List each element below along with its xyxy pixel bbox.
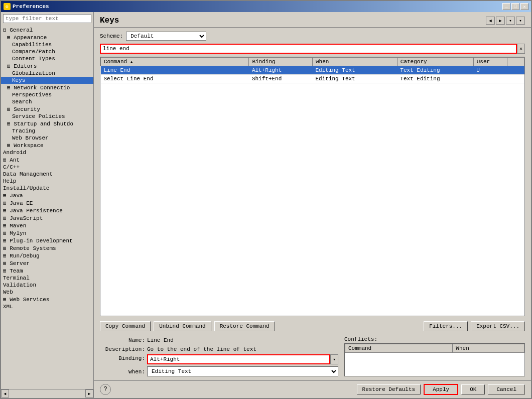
name-value: Line End	[147, 336, 174, 343]
sidebar-item-workspace[interactable]: ⊞ Workspace	[1, 142, 93, 149]
col-header-user[interactable]: User	[473, 58, 507, 66]
table-row[interactable]: Line EndAlt+RightEditing TextText Editin…	[101, 66, 524, 75]
col-header-command[interactable]: Command ▲	[101, 58, 249, 66]
sidebar-item-startup-shutdown[interactable]: ⊞ Startup and Shutdo	[1, 120, 93, 127]
sidebar-scroll-left-button[interactable]: ◀	[1, 389, 9, 397]
sidebar-item-network-connection[interactable]: ⊞ Network Connectio	[1, 84, 93, 91]
cell-user: U	[473, 66, 507, 75]
cell-extra	[507, 66, 524, 75]
maximize-button[interactable]: □	[511, 3, 519, 10]
scheme-label: Scheme:	[100, 33, 123, 39]
app-icon: ⚙	[4, 3, 11, 10]
sidebar-scrollbar: ◀ ▶	[1, 389, 93, 398]
sidebar-item-ant[interactable]: ⊞ Ant	[1, 156, 93, 164]
sidebar-item-server[interactable]: ⊞ Server	[1, 259, 93, 267]
sidebar-item-globalization[interactable]: Globalization	[1, 70, 93, 77]
sidebar-item-plugin-development[interactable]: ⊞ Plug-in Development	[1, 237, 93, 244]
binding-dropdown-button[interactable]: ▾	[330, 354, 338, 364]
cancel-button[interactable]: Cancel	[488, 384, 525, 394]
sidebar-item-capabilities[interactable]: Capabilities	[1, 41, 93, 48]
sidebar-scroll-track[interactable]	[9, 389, 85, 398]
ok-button[interactable]: OK	[461, 384, 485, 394]
sidebar-item-java-persistence[interactable]: ⊞ Java Persistence	[1, 207, 93, 214]
sidebar-item-web[interactable]: Web	[1, 289, 93, 296]
sidebar-item-help[interactable]: Help	[1, 178, 93, 185]
search-box: ✕	[100, 44, 525, 54]
sidebar-item-javascript[interactable]: ⊞ JavaScript	[1, 214, 93, 222]
search-input[interactable]	[100, 44, 517, 54]
when-select[interactable]: Editing Text In Windows Always	[147, 366, 338, 376]
sidebar-item-java-ee[interactable]: ⊞ Java EE	[1, 199, 93, 207]
binding-row: Binding: ▾	[100, 354, 338, 364]
forward-button[interactable]: ▶	[496, 17, 505, 25]
sidebar-item-web-browser[interactable]: Web Browser	[1, 135, 93, 142]
col-header-category[interactable]: Category	[397, 58, 473, 66]
sidebar-item-web-services[interactable]: ⊞ Web Services	[1, 296, 93, 303]
sidebar-item-service-policies[interactable]: Service Policies	[1, 113, 93, 120]
nav-down-button[interactable]: ▾	[506, 17, 515, 25]
sidebar-item-tracing[interactable]: Tracing	[1, 127, 93, 135]
cell-category: Text Editing	[397, 66, 473, 75]
search-clear-button[interactable]: ✕	[517, 44, 525, 54]
sidebar-item-maven[interactable]: ⊞ Maven	[1, 222, 93, 229]
col-header-binding[interactable]: Binding	[249, 58, 313, 66]
sidebar-item-general[interactable]: ⊟ General	[1, 26, 93, 34]
cell-command: Select Line End	[101, 75, 249, 83]
back-button[interactable]: ◀	[486, 17, 495, 25]
when-row: When: Editing Text In Windows Always	[100, 366, 338, 376]
content-area: ⊟ General⊞ AppearanceCapabilitiesCompare…	[1, 12, 531, 398]
sidebar-scroll-right-button[interactable]: ▶	[85, 389, 93, 397]
sidebar-item-xml[interactable]: XML	[1, 303, 93, 310]
table-row[interactable]: Select Line EndShift+EndEditing TextText…	[101, 75, 524, 83]
cell-user	[473, 75, 507, 83]
restore-defaults-button[interactable]: Restore Defaults	[357, 384, 421, 394]
conflicts-table: Command When	[345, 344, 524, 353]
sidebar-item-mylyn[interactable]: ⊞ Mylyn	[1, 229, 93, 237]
help-button[interactable]: ?	[100, 384, 111, 395]
conflict-col-when[interactable]: When	[453, 344, 524, 353]
sidebar-item-java[interactable]: ⊞ Java	[1, 192, 93, 199]
sidebar-item-keys[interactable]: Keys	[1, 77, 93, 84]
restore-command-button[interactable]: Restore Command	[214, 321, 275, 331]
copy-command-button[interactable]: Copy Command	[100, 321, 151, 331]
filter-input[interactable]	[3, 14, 91, 23]
sidebar-item-appearance[interactable]: ⊞ Appearance	[1, 34, 93, 41]
close-button[interactable]: ✕	[520, 3, 528, 10]
window-title: Preferences	[13, 4, 49, 10]
export-csv-button[interactable]: Export CSV...	[471, 321, 525, 331]
conflict-col-command[interactable]: Command	[345, 344, 453, 353]
keys-table-container: Command ▲ Binding When Category User Lin…	[100, 57, 525, 316]
sidebar-item-android[interactable]: Android	[1, 149, 93, 156]
sidebar-item-team[interactable]: ⊞ Team	[1, 267, 93, 275]
sidebar-item-perspectives[interactable]: Perspectives	[1, 91, 93, 98]
sidebar-item-cpp[interactable]: C/C++	[1, 164, 93, 171]
scheme-select[interactable]: Default Emacs Default with Emacs Overrid…	[126, 32, 206, 41]
sidebar-item-security[interactable]: ⊞ Security	[1, 105, 93, 113]
sidebar-item-validation[interactable]: Validation	[1, 282, 93, 289]
binding-input[interactable]	[147, 354, 330, 364]
nav-down2-button[interactable]: ▾	[516, 17, 525, 25]
cell-when: Editing Text	[313, 66, 397, 75]
sidebar-item-remote-systems[interactable]: ⊞ Remote Systems	[1, 244, 93, 252]
main-body: Scheme: Default Emacs Default with Emacs…	[94, 28, 531, 380]
main-panel: Keys ◀ ▶ ▾ ▾ Scheme: Default Emacs Defau…	[94, 12, 531, 398]
sidebar-item-terminal[interactable]: Terminal	[1, 275, 93, 282]
minimize-button[interactable]: _	[502, 3, 510, 10]
sidebar-item-run-debug[interactable]: ⊞ Run/Debug	[1, 252, 93, 259]
filters-button[interactable]: Filters...	[424, 321, 468, 331]
sidebar-item-install-update[interactable]: Install/Update	[1, 185, 93, 192]
preferences-window: ⚙ Preferences _ □ ✕ ⊟ General⊞ Appearanc…	[0, 0, 532, 399]
apply-button[interactable]: Apply	[424, 384, 458, 395]
sidebar-item-content-types[interactable]: Content Types	[1, 55, 93, 62]
scheme-row: Scheme: Default Emacs Default with Emacs…	[100, 32, 525, 41]
sidebar-item-compare-patch[interactable]: Compare/Patch	[1, 48, 93, 55]
titlebar-left: ⚙ Preferences	[4, 3, 49, 10]
unbind-command-button[interactable]: Unbind Command	[154, 321, 211, 331]
tree: ⊟ General⊞ AppearanceCapabilitiesCompare…	[1, 25, 93, 389]
cell-category: Text Editing	[397, 75, 473, 83]
sidebar-item-editors[interactable]: ⊞ Editors	[1, 62, 93, 70]
sidebar-item-data-management[interactable]: Data Management	[1, 171, 93, 178]
sidebar-item-search[interactable]: Search	[1, 98, 93, 105]
cell-when: Editing Text	[313, 75, 397, 83]
col-header-when[interactable]: When	[313, 58, 397, 66]
